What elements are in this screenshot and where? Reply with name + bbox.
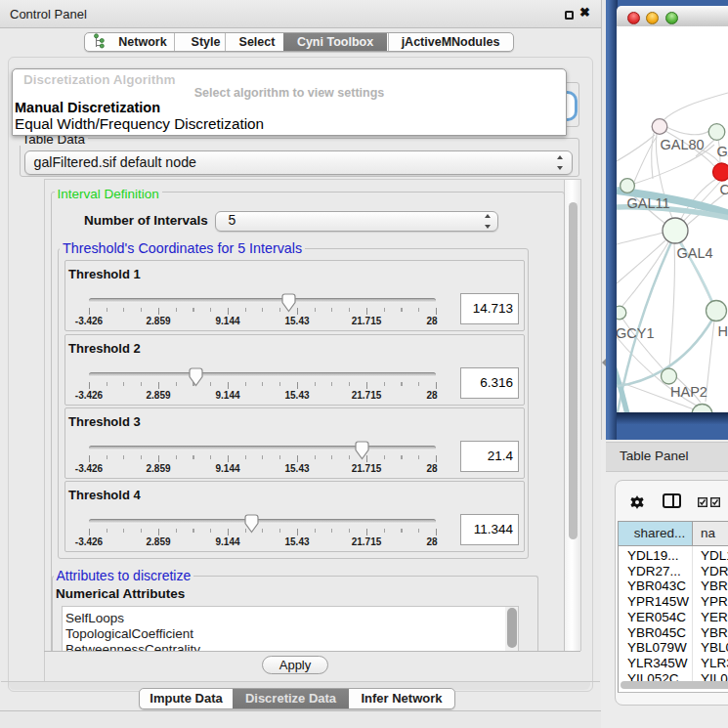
svg-text:GAL80: GAL80 bbox=[661, 137, 705, 152]
svg-text:GCY1: GCY1 bbox=[617, 325, 655, 341]
svg-text:GAL11: GAL11 bbox=[627, 195, 670, 211]
svg-text:GAL4: GAL4 bbox=[677, 245, 713, 261]
svg-text:HAP2: HAP2 bbox=[670, 384, 707, 400]
svg-text:GA: GA bbox=[717, 144, 728, 159]
svg-text:CY: CY bbox=[720, 182, 728, 197]
svg-text:HIS: HIS bbox=[718, 323, 728, 339]
